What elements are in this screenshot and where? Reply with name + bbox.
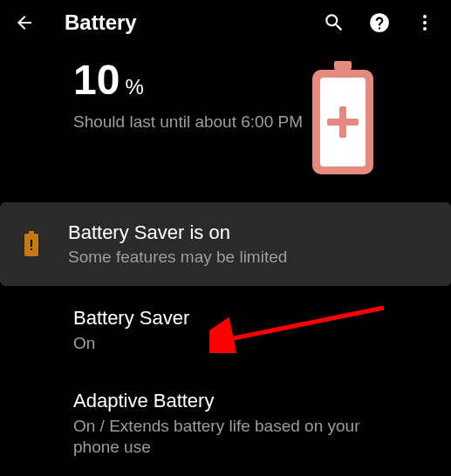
item-subtitle: On / Extends battery life based on your …	[73, 416, 378, 459]
battery-icon	[308, 61, 378, 178]
battery-text: 10% Should last until about 6:00 PM	[73, 56, 308, 134]
svg-rect-9	[29, 231, 34, 234]
battery-estimate: Should last until about 6:00 PM	[73, 111, 308, 134]
battery-saver-small-icon	[21, 231, 42, 257]
page-title: Battery	[65, 10, 301, 35]
svg-rect-12	[31, 248, 32, 250]
battery-percent: 10	[73, 56, 120, 104]
back-icon[interactable]	[14, 12, 35, 33]
notice-title: Battery Saver is on	[68, 221, 430, 244]
svg-point-1	[423, 15, 427, 18]
svg-rect-4	[334, 61, 352, 70]
battery-summary: 10% Should last until about 6:00 PM	[0, 45, 451, 199]
battery-saver-item[interactable]: Battery Saver On	[0, 289, 451, 372]
search-icon[interactable]	[322, 10, 346, 35]
item-title: Battery Saver	[73, 307, 378, 330]
help-icon[interactable]	[367, 10, 392, 35]
item-title: Adaptive Battery	[73, 390, 378, 412]
battery-saver-notice[interactable]: Battery Saver is on Some features may be…	[0, 202, 451, 286]
percent-sign: %	[125, 75, 143, 99]
svg-point-0	[370, 13, 389, 32]
header-actions	[322, 10, 437, 35]
header: Battery	[0, 0, 451, 45]
svg-rect-8	[327, 119, 359, 126]
svg-rect-11	[31, 240, 32, 247]
notice-subtitle: Some features may be limited	[68, 248, 430, 267]
more-icon[interactable]	[413, 10, 437, 35]
notice-text: Battery Saver is on Some features may be…	[68, 221, 430, 267]
item-subtitle: On	[73, 333, 378, 355]
svg-point-3	[423, 27, 427, 31]
adaptive-battery-item[interactable]: Adaptive Battery On / Extends battery li…	[0, 372, 451, 476]
svg-point-2	[423, 21, 427, 24]
